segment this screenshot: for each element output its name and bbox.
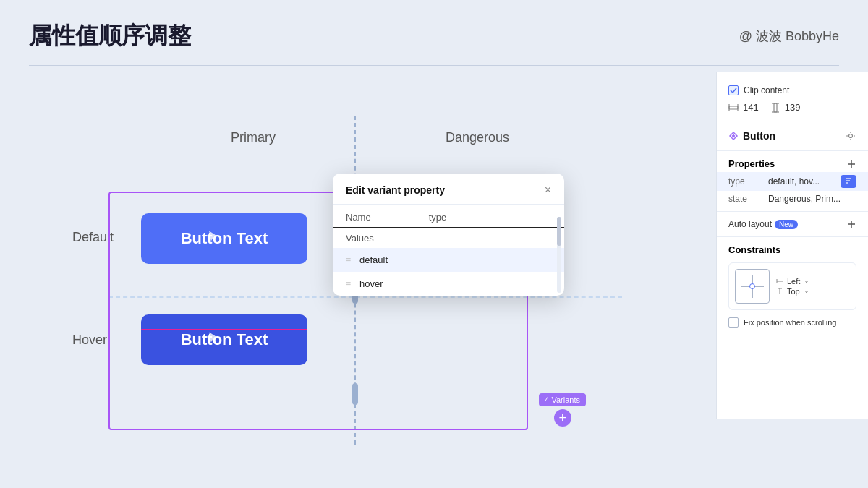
- value-default: default: [359, 254, 388, 265]
- width-icon: [728, 103, 739, 113]
- modal-scrollbar-thumb[interactable]: [557, 217, 561, 246]
- type-value: default, hov...: [768, 176, 841, 187]
- component-name-row: Button: [717, 126, 868, 146]
- left-dropdown-icon[interactable]: [803, 278, 810, 285]
- modal-scrollbar-track: [557, 217, 561, 293]
- svg-rect-3: [774, 103, 777, 112]
- sort-icon: [844, 176, 853, 185]
- constraints-section: Constraints: [717, 241, 868, 258]
- clip-content-checkbox[interactable]: [728, 85, 739, 95]
- panel-divider-1: [717, 121, 868, 121]
- top-dropdown-icon[interactable]: [803, 288, 810, 295]
- constraints-box: Left Top: [728, 262, 856, 310]
- svg-rect-0: [729, 106, 738, 109]
- add-property-icon[interactable]: [846, 159, 856, 169]
- panel-divider-3: [717, 211, 868, 212]
- modal-title: Edit variant property: [346, 184, 445, 196]
- name-col-header: Name: [346, 212, 371, 223]
- clip-content-row: Clip content: [717, 82, 868, 98]
- svg-point-6: [849, 134, 853, 138]
- page-title: 属性值顺序调整: [29, 20, 191, 52]
- modal-value-row-default[interactable]: ≡ default: [333, 248, 564, 272]
- row-label-default: Default: [72, 230, 114, 245]
- cursor-icon-2: [206, 330, 221, 345]
- btn-primary-default[interactable]: Button Text: [141, 213, 307, 264]
- pink-divider: [141, 329, 307, 330]
- edit-variant-modal: Edit variant property × Name type Values…: [333, 174, 564, 296]
- check-icon: [730, 87, 737, 93]
- properties-title: Properties: [728, 158, 775, 169]
- modal-body: Name type Values ≡ default ≡ hover: [333, 205, 564, 296]
- height-value: 139: [785, 102, 801, 113]
- settings-icon[interactable]: [845, 130, 856, 142]
- panel-divider-4: [717, 236, 868, 237]
- left-constraint: Left: [775, 277, 850, 286]
- property-type-row: type default, hov...: [717, 172, 868, 191]
- panel-divider-2: [717, 150, 868, 151]
- height-icon: [770, 103, 780, 113]
- left-constraint-icon: [775, 277, 784, 286]
- cursor-icon-1: [206, 229, 221, 244]
- values-col-header: Values: [346, 233, 374, 244]
- left-label: Left: [787, 277, 800, 286]
- drag-handle-2: ≡: [346, 279, 351, 289]
- modal-col-headers: Name type: [333, 205, 564, 227]
- type-sort-button[interactable]: [841, 175, 856, 188]
- name-type-value: type: [429, 212, 447, 223]
- dimensions-row: 141 139: [717, 98, 868, 116]
- type-key: type: [728, 176, 768, 187]
- top-constraint-icon: [775, 287, 784, 296]
- add-variant-button[interactable]: +: [554, 409, 571, 427]
- properties-header: Properties: [717, 155, 868, 172]
- fix-position-row: Fix position when scrolling: [717, 314, 868, 330]
- header-divider: [29, 65, 839, 66]
- author-label: @ 波波 BobbyHe: [739, 27, 839, 45]
- modal-value-row-hover[interactable]: ≡ hover: [333, 272, 564, 296]
- auto-layout-label: Auto layout: [728, 219, 772, 229]
- state-key: state: [728, 194, 768, 204]
- top-label: Top: [787, 287, 800, 296]
- fix-position-checkbox[interactable]: [728, 317, 739, 328]
- value-hover: hover: [359, 278, 383, 289]
- add-auto-layout-icon[interactable]: [846, 219, 856, 229]
- component-icon: [728, 131, 739, 141]
- clip-content-label: Clip content: [744, 85, 789, 95]
- top-constraint: Top: [775, 287, 850, 296]
- fix-position-label: Fix position when scrolling: [744, 318, 836, 327]
- auto-layout-row: Auto layout New: [717, 216, 868, 232]
- drag-handle-1: ≡: [346, 255, 351, 265]
- values-header: Values: [333, 228, 564, 248]
- new-badge: New: [775, 220, 798, 229]
- btn-primary-hover[interactable]: Button Text: [141, 314, 307, 365]
- col-header-dangerous: Dangerous: [383, 130, 571, 145]
- modal-header: Edit variant property ×: [333, 174, 564, 205]
- right-panel: Clip content 141 139 Button Properties: [716, 72, 868, 419]
- component-name-label: Button: [743, 130, 775, 142]
- modal-close-button[interactable]: ×: [545, 184, 551, 197]
- constraints-title: Constraints: [728, 244, 780, 255]
- constraints-labels: Left Top: [775, 275, 850, 297]
- sep-handle-bottom: [352, 383, 358, 405]
- row-label-hover: Hover: [72, 333, 107, 348]
- width-value: 141: [743, 102, 759, 113]
- constraints-cross: [735, 269, 770, 304]
- state-value: Dangerous, Prim...: [768, 194, 856, 204]
- property-state-row: state Dangerous, Prim...: [717, 191, 868, 207]
- col-header-primary: Primary: [159, 130, 347, 145]
- variants-container: 4 Variants +: [539, 393, 586, 427]
- variants-badge: 4 Variants: [539, 393, 586, 406]
